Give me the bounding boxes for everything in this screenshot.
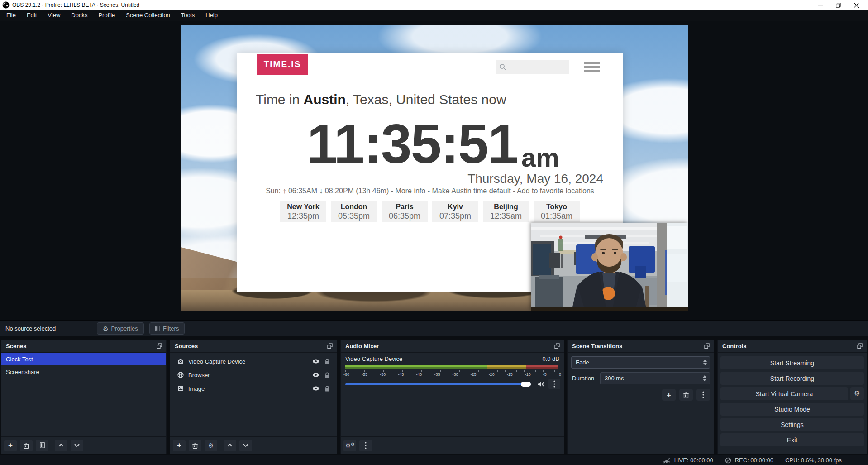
transition-selected-value: Fade xyxy=(572,359,700,366)
add-transition-button[interactable]: + xyxy=(662,389,676,401)
volume-slider[interactable] xyxy=(345,383,531,385)
eye-icon[interactable] xyxy=(312,386,320,391)
menu-bar: File Edit View Docks Profile Scene Colle… xyxy=(0,10,868,21)
popout-icon[interactable] xyxy=(857,343,863,349)
audio-mixer-header: Audio Mixer xyxy=(341,340,564,353)
menu-file[interactable]: File xyxy=(1,10,21,21)
mixer-channel-menu-button[interactable] xyxy=(548,379,560,389)
transitions-header: Scene Transitions xyxy=(568,340,714,353)
virtual-camera-settings-button[interactable]: ⚙ xyxy=(850,387,864,400)
transitions-dock: Scene Transitions Fade Duration 300 ms + xyxy=(567,340,714,454)
timeis-clock: 11:35:51 am xyxy=(262,104,604,172)
remove-transition-button[interactable] xyxy=(679,389,693,401)
speaker-icon[interactable] xyxy=(537,381,544,388)
remove-source-button[interactable] xyxy=(189,440,201,451)
webcam-overlay xyxy=(531,223,688,311)
start-recording-button[interactable]: Start Recording xyxy=(720,372,864,385)
lock-icon[interactable] xyxy=(324,386,330,392)
restore-button[interactable] xyxy=(829,0,847,10)
virtual-camera-row: Start Virtual Camera ⚙ xyxy=(720,387,864,400)
add-source-button[interactable]: + xyxy=(173,440,186,451)
timeis-date: Thursday, May 16, 2024 xyxy=(467,172,603,186)
lock-icon[interactable] xyxy=(324,359,330,364)
source-item-video-capture[interactable]: Video Capture Device xyxy=(170,355,337,368)
spinner-arrows-icon[interactable] xyxy=(700,373,710,384)
move-scene-up-button[interactable] xyxy=(55,440,67,451)
mixer-menu-button[interactable] xyxy=(359,440,372,451)
add-favorite-link: Add to favorite locations xyxy=(517,187,594,195)
properties-button[interactable]: ⚙ Properties xyxy=(97,322,144,335)
source-context-bar: No source selected ⚙ Properties Filters xyxy=(0,320,868,336)
move-source-up-button[interactable] xyxy=(224,440,236,451)
popout-icon[interactable] xyxy=(554,343,560,349)
move-source-down-button[interactable] xyxy=(239,440,252,451)
menu-tools[interactable]: Tools xyxy=(176,10,200,21)
eye-icon[interactable] xyxy=(312,359,320,364)
scene-filters-button[interactable] xyxy=(36,440,48,451)
scene-item-clock-test[interactable]: Clock Test xyxy=(1,353,166,365)
start-virtual-camera-button[interactable]: Start Virtual Camera xyxy=(720,387,848,400)
lock-icon[interactable] xyxy=(324,372,330,378)
window-titlebar: OBS 29.1.2 - Profile: LLHLS BETA - Scene… xyxy=(0,0,868,10)
volume-slider-row xyxy=(345,380,560,388)
settings-button[interactable]: Settings xyxy=(720,418,864,431)
live-status: LIVE: 00:00:00 xyxy=(663,457,713,464)
filters-button[interactable]: Filters xyxy=(149,322,185,335)
transitions-buttons: + xyxy=(662,389,710,401)
audio-mixer-toolbar: ⚙⚙ xyxy=(341,436,564,454)
menu-edit[interactable]: Edit xyxy=(21,10,42,21)
scenes-title: Scenes xyxy=(6,343,27,350)
gear-icon: ⚙ xyxy=(103,326,109,332)
advanced-audio-button[interactable]: ⚙⚙ xyxy=(343,440,356,451)
menu-profile[interactable]: Profile xyxy=(93,10,120,21)
sun-info: Sun: ↑ 06:35AM ↓ 08:20PM (13h 46m) xyxy=(266,187,389,195)
start-streaming-button[interactable]: Start Streaming xyxy=(720,356,864,369)
minimize-button[interactable] xyxy=(811,0,829,10)
cpu-fps-status: CPU: 0.6%, 30.00 fps xyxy=(785,457,842,464)
mixer-level-value: 0.0 dB xyxy=(542,355,559,362)
globe-icon xyxy=(177,372,184,378)
menu-scene-collection[interactable]: Scene Collection xyxy=(120,10,176,21)
city-box-tokyo: Tokyo01:35am xyxy=(534,201,580,222)
transition-properties-button[interactable] xyxy=(696,389,710,401)
duration-label: Duration xyxy=(572,375,594,382)
controls-dock: Controls Start Streaming Start Recording… xyxy=(717,340,867,454)
menu-docks[interactable]: Docks xyxy=(66,10,93,21)
popout-icon[interactable] xyxy=(704,343,710,349)
scenes-toolbar: + xyxy=(1,436,166,454)
popout-icon[interactable] xyxy=(157,343,162,349)
audio-mixer-dock: Audio Mixer Video Capture Device 0.0 dB … xyxy=(340,340,564,454)
menu-view[interactable]: View xyxy=(42,10,66,21)
city-box-beijing: Beijing12:35am xyxy=(483,201,529,222)
sources-dock: Sources Video Capture Device Browser Ima… xyxy=(170,340,337,454)
popout-icon[interactable] xyxy=(327,343,333,349)
eye-icon[interactable] xyxy=(312,372,320,378)
scenes-dock: Scenes Clock Test Screenshare + xyxy=(1,340,167,454)
chevron-updown-icon xyxy=(700,357,710,368)
transition-select[interactable]: Fade xyxy=(571,356,710,369)
status-bar: LIVE: 00:00:00 REC: 00:00:00 CPU: 0.6%, … xyxy=(0,455,868,465)
source-properties-button[interactable]: ⚙ xyxy=(205,440,217,451)
duration-spinner[interactable]: 300 ms xyxy=(600,372,710,384)
exit-button[interactable]: Exit xyxy=(720,433,864,446)
volume-slider-handle[interactable] xyxy=(521,382,531,387)
remove-scene-button[interactable] xyxy=(20,440,33,451)
mixer-channel-name: Video Capture Device xyxy=(345,355,402,362)
meter-ruler xyxy=(345,370,558,372)
volume-meter xyxy=(345,365,558,369)
duration-value: 300 ms xyxy=(601,375,700,382)
sources-title: Sources xyxy=(175,343,198,350)
close-button[interactable] xyxy=(847,0,865,10)
timeis-logo: TIME.IS xyxy=(257,54,308,75)
menu-help[interactable]: Help xyxy=(200,10,223,21)
source-item-browser[interactable]: Browser xyxy=(170,368,337,382)
window-title: OBS 29.1.2 - Profile: LLHLS BETA - Scene… xyxy=(12,2,139,8)
studio-mode-button[interactable]: Studio Mode xyxy=(720,403,864,416)
move-scene-down-button[interactable] xyxy=(71,440,83,451)
add-scene-button[interactable]: + xyxy=(4,440,17,451)
scene-item-screenshare[interactable]: Screenshare xyxy=(1,365,166,378)
preview-canvas[interactable]: TIME.IS Time in Austin, Texas, United St… xyxy=(181,25,688,311)
no-source-label: No source selected xyxy=(5,321,56,336)
source-item-image[interactable]: Image xyxy=(170,382,337,395)
stream-inactive-icon xyxy=(663,457,671,464)
